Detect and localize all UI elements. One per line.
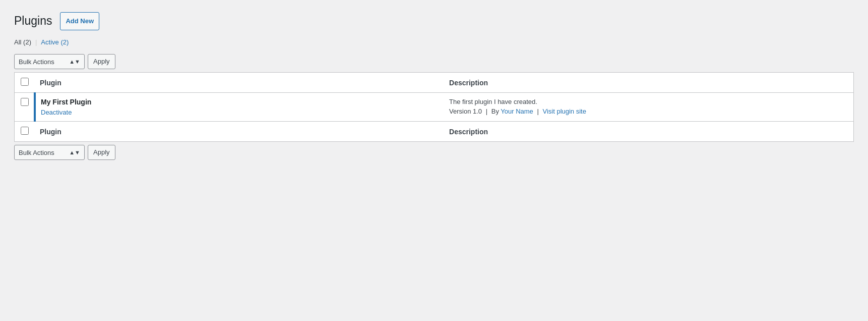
column-header-description: Description xyxy=(444,73,853,93)
column-footer-description: Description xyxy=(444,122,853,142)
plugin-description-text: The first plugin I have created. xyxy=(449,98,848,105)
plugins-table: Plugin Description My First Plugin Deact… xyxy=(14,72,854,142)
select-all-checkbox-bottom[interactable] xyxy=(21,127,29,135)
plugin-meta: Version 1.0 | By Your Name | Visit plugi… xyxy=(449,108,848,115)
filter-separator: | xyxy=(35,38,37,46)
page-header: Plugins Add New xyxy=(14,12,854,30)
column-footer-plugin: Plugin xyxy=(35,122,444,142)
table-header-row: Plugin Description xyxy=(15,73,854,93)
apply-button-bottom[interactable]: Apply xyxy=(88,145,115,160)
column-footer-checkbox xyxy=(15,122,35,142)
plugin-checkbox-cell xyxy=(15,93,35,122)
plugin-name-cell: My First Plugin Deactivate xyxy=(35,93,444,122)
select-all-checkbox-top[interactable] xyxy=(21,78,29,86)
plugin-checkbox[interactable] xyxy=(21,98,29,106)
deactivate-link[interactable]: Deactivate xyxy=(41,109,72,116)
column-header-plugin: Plugin xyxy=(35,73,444,93)
bulk-actions-select-bottom[interactable]: Bulk Actions ▲▼ xyxy=(14,145,85,160)
plugin-by-label: By xyxy=(491,108,499,115)
plugin-name: My First Plugin xyxy=(41,98,439,106)
bulk-actions-select-top[interactable]: Bulk Actions ▲▼ xyxy=(14,54,85,69)
add-new-button[interactable]: Add New xyxy=(60,12,99,30)
tablenav-top: Bulk Actions ▲▼ Apply xyxy=(14,51,854,72)
filter-all-link[interactable]: All (2) xyxy=(14,38,31,46)
tablenav-bottom: Bulk Actions ▲▼ Apply xyxy=(14,142,854,163)
plugin-author-link[interactable]: Your Name xyxy=(501,108,533,115)
plugin-version: Version 1.0 xyxy=(449,108,482,115)
filter-links: All (2) | Active (2) xyxy=(14,38,854,46)
plugin-site-link[interactable]: Visit plugin site xyxy=(542,108,586,115)
meta-sep-2: | xyxy=(537,108,540,115)
meta-sep-1: | xyxy=(486,108,489,115)
plugin-description-cell: The first plugin I have created. Version… xyxy=(444,93,853,122)
page-title: Plugins xyxy=(14,14,52,29)
column-header-checkbox xyxy=(15,73,35,93)
plugin-actions: Deactivate xyxy=(41,108,439,116)
filter-active-link[interactable]: Active (2) xyxy=(41,38,69,46)
bulk-actions-arrow-bottom: ▲▼ xyxy=(69,149,80,155)
table-row: My First Plugin Deactivate The first plu… xyxy=(15,93,854,122)
table-footer-row: Plugin Description xyxy=(15,122,854,142)
bulk-actions-arrow-top: ▲▼ xyxy=(69,59,80,65)
apply-button-top[interactable]: Apply xyxy=(88,54,115,69)
